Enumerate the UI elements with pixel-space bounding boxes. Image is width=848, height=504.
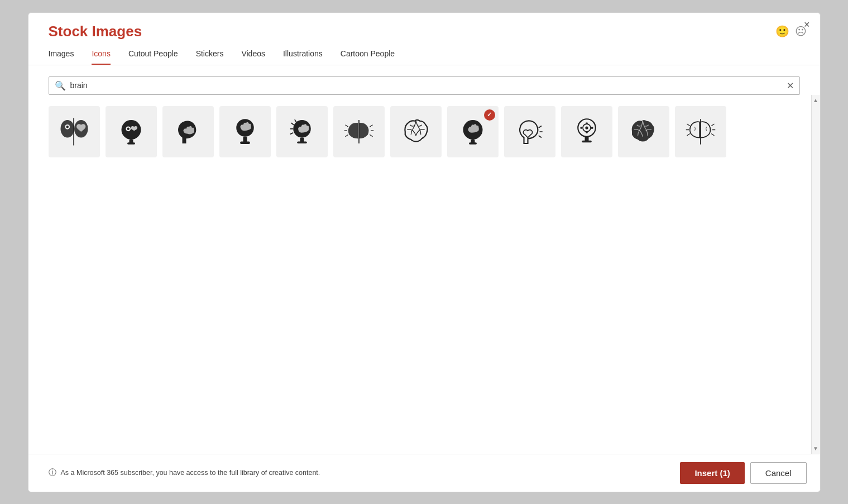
svg-point-7 bbox=[127, 127, 129, 129]
icon-card-6[interactable] bbox=[333, 106, 385, 157]
svg-line-17 bbox=[290, 132, 293, 134]
icon-card-7[interactable] bbox=[390, 106, 442, 157]
scroll-down-button[interactable]: ▼ bbox=[813, 445, 818, 452]
svg-line-32 bbox=[538, 136, 541, 138]
cancel-button[interactable]: Cancel bbox=[750, 462, 807, 484]
svg-rect-12 bbox=[240, 141, 250, 143]
icon-card-11[interactable] bbox=[618, 106, 669, 157]
dialog-title: Stock Images bbox=[49, 23, 142, 40]
svg-line-48 bbox=[711, 133, 714, 136]
content-area: ▲ ▼ bbox=[28, 95, 820, 454]
svg-rect-41 bbox=[582, 140, 592, 142]
svg-line-15 bbox=[291, 123, 293, 125]
scroll-up-button[interactable]: ▲ bbox=[813, 97, 818, 103]
icons-grid bbox=[49, 106, 800, 157]
icon-card-9[interactable] bbox=[504, 106, 555, 157]
tab-bar: Images Icons Cutout People Stickers Vide… bbox=[28, 40, 820, 65]
icon-card-2[interactable] bbox=[106, 106, 157, 157]
icon-card-3[interactable] bbox=[162, 106, 214, 157]
icon-card-4[interactable] bbox=[219, 106, 271, 157]
search-bar: 🔍 ✕ bbox=[49, 76, 800, 95]
svg-line-21 bbox=[345, 124, 348, 127]
icon-card-8[interactable] bbox=[447, 106, 499, 157]
icon-card-10[interactable] bbox=[561, 106, 612, 157]
header-right: 🙂 ☹ bbox=[775, 25, 807, 38]
dialog-footer: ⓘ As a Microsoft 365 subscriber, you hav… bbox=[28, 454, 820, 492]
svg-rect-38 bbox=[580, 127, 582, 129]
svg-line-30 bbox=[538, 126, 541, 128]
clear-search-button[interactable]: ✕ bbox=[787, 80, 794, 91]
tab-videos[interactable]: Videos bbox=[241, 49, 265, 65]
info-icon: ⓘ bbox=[49, 468, 56, 478]
svg-point-5 bbox=[121, 120, 141, 140]
search-icon: 🔍 bbox=[55, 80, 66, 91]
svg-line-45 bbox=[687, 133, 689, 136]
happy-face-icon[interactable]: 🙂 bbox=[775, 25, 789, 38]
insert-button[interactable]: Insert (1) bbox=[680, 462, 744, 484]
svg-line-24 bbox=[370, 124, 372, 127]
icon-card-1[interactable] bbox=[49, 106, 100, 157]
svg-rect-19 bbox=[297, 141, 307, 143]
selection-badge bbox=[484, 109, 495, 121]
dialog-header: Stock Images 🙂 ☹ bbox=[28, 13, 820, 40]
footer-info: ⓘ As a Microsoft 365 subscriber, you hav… bbox=[49, 468, 320, 478]
footer-buttons: Insert (1) Cancel bbox=[680, 462, 806, 484]
svg-rect-9 bbox=[127, 142, 135, 145]
footer-info-text: As a Microsoft 365 subscriber, you have … bbox=[61, 469, 320, 477]
svg-line-46 bbox=[711, 124, 714, 126]
svg-rect-29 bbox=[469, 142, 477, 145]
svg-rect-39 bbox=[591, 127, 593, 129]
svg-line-26 bbox=[370, 135, 372, 137]
svg-line-16 bbox=[294, 119, 296, 122]
svg-line-23 bbox=[345, 135, 348, 137]
tab-cartoon-people[interactable]: Cartoon People bbox=[341, 49, 395, 65]
tab-icons[interactable]: Icons bbox=[92, 49, 110, 65]
close-button[interactable]: × bbox=[804, 20, 810, 30]
tab-cutout-people[interactable]: Cutout People bbox=[128, 49, 178, 65]
icon-card-12[interactable] bbox=[675, 106, 726, 157]
tab-illustrations[interactable]: Illustrations bbox=[283, 49, 323, 65]
svg-line-43 bbox=[687, 124, 689, 126]
svg-point-35 bbox=[585, 126, 588, 129]
tab-stickers[interactable]: Stickers bbox=[196, 49, 224, 65]
stock-images-dialog: × Stock Images 🙂 ☹ Images Icons Cutout P… bbox=[28, 12, 821, 492]
scrollbar: ▲ ▼ bbox=[811, 95, 820, 454]
svg-point-3 bbox=[66, 126, 68, 128]
icon-card-5[interactable] bbox=[276, 106, 328, 157]
svg-rect-36 bbox=[586, 122, 588, 124]
svg-rect-37 bbox=[586, 131, 588, 133]
search-input[interactable] bbox=[70, 81, 787, 90]
tab-images[interactable]: Images bbox=[49, 49, 74, 65]
